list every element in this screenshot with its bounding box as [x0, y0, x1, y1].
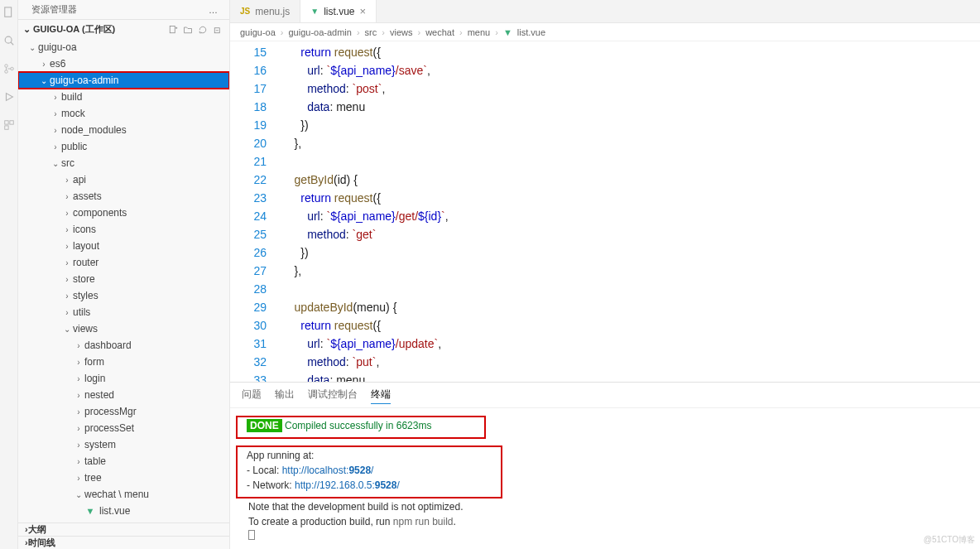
tree-label: api [73, 174, 86, 185]
breadcrumb-item[interactable]: menu [468, 27, 491, 37]
tree-folder[interactable]: ›processSet [18, 420, 229, 436]
chevron-right-icon: › [73, 457, 84, 466]
tab-list-vue[interactable]: ▼list.vue× [300, 0, 377, 22]
tree-label: login [84, 373, 105, 384]
breadcrumb-item[interactable]: src [365, 27, 377, 37]
breadcrumb-item[interactable]: guigu-oa-admin [289, 27, 352, 37]
svg-point-4 [4, 70, 7, 74]
activity-scm-icon[interactable] [3, 63, 15, 75]
chevron-right-icon: › [61, 291, 73, 301]
tree-folder[interactable]: ›tree [18, 470, 229, 486]
new-folder-icon[interactable] [183, 25, 193, 35]
tree-folder[interactable]: ›nested [18, 387, 229, 403]
compile-message: Compiled successfully in 6623ms [285, 420, 431, 431]
tree-folder[interactable]: ›mock [18, 105, 229, 122]
activity-debug-icon[interactable] [3, 91, 15, 103]
refresh-icon[interactable] [198, 25, 208, 35]
local-url-link[interactable]: http://localhost:9528/ [282, 465, 374, 476]
tree-folder[interactable]: ›utils [18, 304, 229, 320]
explorer-title: 资源管理器 [31, 3, 77, 16]
tab-debug-console[interactable]: 调试控制台 [308, 388, 358, 404]
workspace-header[interactable]: ⌄ GUIGU-OA (工作区) [18, 19, 229, 39]
app-running-label: App running at: [247, 448, 493, 463]
tree-folder[interactable]: ⌄src [18, 155, 229, 171]
tree-folder[interactable]: ›public [18, 138, 229, 155]
tree-label: node_modules [61, 124, 127, 136]
chevron-right-icon: › [73, 358, 84, 367]
tree-label: processMgr [84, 406, 137, 417]
tab-terminal[interactable]: 终端 [371, 388, 391, 404]
tab-output[interactable]: 输出 [275, 388, 295, 404]
tree-folder[interactable]: ›assets [18, 188, 229, 205]
tree-folder[interactable]: ›system [18, 436, 229, 453]
tree-label: guigu-oa [38, 41, 77, 53]
network-url-line: - Network: http://192.168.0.5:9528/ [247, 478, 493, 493]
tree-folder[interactable]: ›dashboard [18, 337, 229, 354]
tree-file[interactable]: ▼404.vue [18, 519, 229, 523]
breadcrumb-item[interactable]: guigu-oa [240, 27, 276, 37]
tree-label: views [73, 323, 98, 335]
tree-label: utils [73, 306, 90, 318]
close-icon[interactable]: × [360, 5, 367, 17]
tree-folder-selected[interactable]: ⌄guigu-oa-admin [18, 72, 229, 89]
tree-folder[interactable]: ›api [18, 171, 229, 188]
tree-file[interactable]: ▼list.vue [18, 503, 229, 519]
breadcrumb-item[interactable]: wechat [425, 27, 454, 37]
chevron-right-icon: › [50, 109, 61, 118]
explorer-more-icon[interactable]: … [209, 5, 219, 15]
tree-folder[interactable]: ›icons [18, 221, 229, 238]
breadcrumb-item[interactable]: list.vue [517, 27, 545, 37]
svg-line-2 [10, 42, 13, 46]
chevron-down-icon: ⌄ [38, 76, 50, 85]
chevron-down-icon: ⌄ [26, 43, 38, 52]
tree-label: wechat \ menu [84, 489, 149, 500]
tree-folder[interactable]: ›node_modules [18, 122, 229, 138]
outline-section[interactable]: ›大纲 [18, 523, 229, 536]
tree-label: src [61, 157, 74, 169]
tree-folder[interactable]: ›router [18, 254, 229, 271]
tab-menu-js[interactable]: JSmenu.js [230, 0, 300, 22]
activity-extensions-icon[interactable] [3, 119, 15, 131]
terminal-output[interactable]: DONE Compiled successfully in 6623ms App… [230, 408, 980, 549]
tree-folder[interactable]: ›components [18, 205, 229, 221]
tree-folder[interactable]: ⌄wechat \ menu [18, 486, 229, 503]
build-note-1: Note that the development build is not o… [230, 499, 980, 514]
editor-tabs: JSmenu.js ▼list.vue× [230, 0, 980, 23]
activity-explorer-icon[interactable] [3, 7, 15, 18]
tree-folder[interactable]: ›layout [18, 238, 229, 254]
tree-label: layout [73, 240, 99, 252]
tree-folder[interactable]: ›login [18, 370, 229, 387]
breadcrumb-item[interactable]: views [390, 27, 413, 37]
tree-folder[interactable]: ›build [18, 89, 229, 105]
build-note-2: To create a production build, run npm ru… [230, 514, 980, 529]
tree-folder[interactable]: ›table [18, 453, 229, 470]
breadcrumb[interactable]: guigu-oa› guigu-oa-admin› src› views› we… [230, 23, 980, 41]
tree-folder[interactable]: ⌄views [18, 320, 229, 337]
chevron-right-icon: › [61, 258, 73, 267]
tree-label: nested [84, 389, 114, 401]
network-url-link[interactable]: http://192.168.0.5:9528/ [295, 479, 400, 491]
tree-folder[interactable]: ›form [18, 354, 229, 370]
chevron-right-icon: › [73, 341, 84, 350]
vue-file-icon: ▼ [310, 7, 319, 16]
chevron-right-icon: › [61, 192, 73, 201]
local-url-line: - Local: http://localhost:9528/ [247, 463, 493, 478]
collapse-all-icon[interactable] [213, 25, 223, 35]
tree-folder[interactable]: ›store [18, 271, 229, 287]
editor-area: JSmenu.js ▼list.vue× guigu-oa› guigu-oa-… [230, 0, 980, 549]
tree-label: mock [61, 108, 85, 119]
code-editor[interactable]: 1516171819202122232425262728293031323334… [230, 41, 980, 382]
tree-folder[interactable]: ›styles [18, 287, 229, 304]
svg-rect-8 [9, 121, 12, 124]
tab-problems[interactable]: 问题 [242, 388, 262, 404]
new-file-icon[interactable] [168, 25, 178, 35]
tree-label: router [73, 257, 98, 268]
tree-folder[interactable]: ⌄guigu-oa [18, 39, 229, 55]
tree-folder[interactable]: ›processMgr [18, 403, 229, 420]
tree-folder[interactable]: ›es6 [18, 55, 229, 72]
code-content[interactable]: return request({ url: `${api_name}/save`… [281, 41, 980, 382]
timeline-section[interactable]: ›时间线 [18, 536, 229, 549]
bottom-panel: 问题 输出 调试控制台 终端 DONE Compiled successfull… [230, 382, 980, 549]
chevron-right-icon: › [50, 93, 61, 102]
activity-search-icon[interactable] [3, 35, 15, 46]
